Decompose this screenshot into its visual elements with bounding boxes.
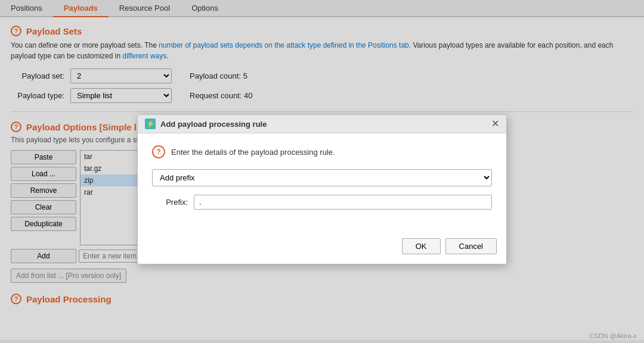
modal-field-row: Prefix: — [152, 195, 492, 210]
modal-ok-button[interactable]: OK — [402, 238, 441, 254]
modal-description-text: Enter the details of the payload process… — [171, 148, 335, 157]
modal-titlebar: ⚡ Add payload processing rule ✕ — [138, 115, 506, 133]
prefix-input[interactable] — [194, 195, 492, 210]
modal-overlay: ⚡ Add payload processing rule ✕ ? Enter … — [0, 0, 644, 343]
modal-title-text: Add payload processing rule — [160, 120, 267, 129]
modal-cancel-button[interactable]: Cancel — [445, 238, 497, 254]
modal-lightning-icon: ⚡ — [145, 119, 156, 129]
prefix-label: Prefix: — [152, 198, 188, 207]
processing-rule-select[interactable]: Add prefix Add suffix Match/replace Enco… — [152, 169, 492, 186]
modal-select-row: Add prefix Add suffix Match/replace Enco… — [152, 169, 492, 186]
modal-description-row: ? Enter the details of the payload proce… — [152, 145, 492, 158]
modal-close-button[interactable]: ✕ — [491, 119, 499, 129]
modal-dialog: ⚡ Add payload processing rule ✕ ? Enter … — [137, 114, 507, 264]
modal-body: ? Enter the details of the payload proce… — [138, 133, 506, 232]
modal-help-icon: ? — [152, 145, 165, 158]
modal-footer: OK Cancel — [138, 232, 506, 264]
modal-title-left: ⚡ Add payload processing rule — [145, 119, 267, 129]
